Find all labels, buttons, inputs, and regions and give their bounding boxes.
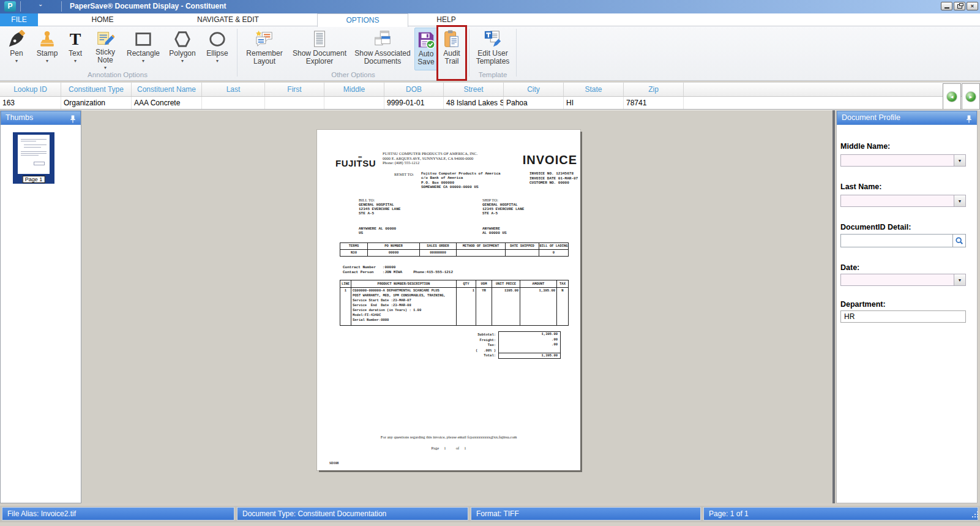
department-field[interactable] [840, 310, 966, 323]
invoice-terms-table: TERMS PO NUMBER SALES ORDER METHOD OF SH… [340, 242, 569, 257]
dropdown-caret-icon[interactable]: ▾ [142, 59, 144, 64]
title-bar: P ⌄ PaperSave® Document Display - Consti… [0, 0, 980, 13]
ribbon-tab-bar: FILE HOME NAVIGATE & EDIT OPTIONS HELP [0, 13, 980, 26]
auto-save-button[interactable]: Auto Save [414, 28, 438, 70]
audit-trail-button[interactable]: Audit Trail [438, 28, 466, 70]
tab-home[interactable]: HOME [61, 13, 144, 26]
cell-street: 48 Island Lakes Sh [444, 97, 504, 109]
show-document-explorer-button[interactable]: Show Document Explorer [288, 28, 351, 70]
dropdown-caret-icon[interactable]: ▾ [74, 59, 77, 64]
search-icon[interactable] [952, 235, 965, 247]
stamp-button[interactable]: Stamp ▾ [32, 28, 62, 70]
remember-layout-button[interactable]: Remember Layout [241, 28, 288, 70]
sticky-note-button[interactable]: Sticky Note ▾ [88, 28, 122, 70]
panel-splitter[interactable] [832, 110, 835, 503]
cell-constituent-name: AAA Concrete [132, 97, 202, 109]
contract-number-line: Contract Number :00000 [343, 265, 395, 269]
document-profile-title: Document Profile [842, 113, 900, 122]
ribbon-group-template: Edit User Templates Template [471, 26, 514, 80]
associated-documents-icon [373, 29, 392, 49]
last-name-input[interactable] [841, 195, 965, 206]
grid-column-street[interactable]: Street [444, 83, 504, 96]
tab-help[interactable]: HELP [422, 13, 471, 26]
invoice-meta: INVOICE NO. 12345678 INVOICE DATE 01-MAR… [529, 171, 578, 186]
document-profile-header: Document Profile [837, 111, 977, 125]
grid-column-zip[interactable]: Zip [624, 83, 684, 96]
show-associated-documents-button[interactable]: Show Associated Documents [351, 28, 414, 70]
cell-state: HI [564, 97, 624, 109]
rectangle-button[interactable]: Rectangle ▾ [122, 28, 164, 70]
grid-header-row: Lookup ID Constituent Type Constituent N… [0, 83, 980, 97]
resize-grip[interactable] [972, 509, 979, 520]
quick-access-caret-icon[interactable]: ⌄ [38, 1, 43, 7]
grid-column-first[interactable]: First [265, 83, 324, 96]
remember-layout-icon [255, 29, 274, 49]
thumbs-panel: Thumbs Page 1 [0, 110, 81, 503]
document-profile-fields: Middle Name: ▼ Last Name: ▼ DocumentID D… [837, 125, 977, 503]
date-combobox[interactable]: ▼ [840, 274, 966, 286]
chevron-down-icon[interactable]: ▼ [954, 155, 965, 166]
dropdown-caret-icon[interactable]: ▾ [46, 59, 48, 64]
invoice-form-code: SD108 [329, 461, 339, 465]
date-input[interactable] [841, 274, 965, 285]
dropdown-caret-icon[interactable]: ▾ [181, 59, 184, 64]
grid-column-middle[interactable]: Middle [324, 83, 384, 96]
dropdown-caret-icon[interactable]: ▾ [15, 59, 18, 64]
middle-name-combobox[interactable]: ▼ [840, 154, 966, 167]
tab-file[interactable]: FILE [0, 13, 38, 26]
grid-column-constituent-type[interactable]: Constituent Type [61, 83, 132, 96]
documentid-detail-field[interactable] [840, 234, 966, 247]
tab-options[interactable]: OPTIONS [317, 13, 408, 27]
chevron-down-icon[interactable]: ▼ [954, 195, 965, 206]
edit-user-templates-button[interactable]: Edit User Templates [473, 28, 513, 70]
grid-row[interactable]: 163 Organization AAA Concrete 9999-01-01… [0, 97, 980, 110]
ribbon-group-separator [237, 29, 238, 77]
previous-record-button[interactable]: ◄ [943, 83, 961, 110]
ship-to-address-2: ANYWHERE AL 00000 US [482, 227, 507, 235]
minimize-icon [944, 7, 949, 9]
ribbon-group-separator [516, 29, 517, 77]
polygon-button[interactable]: Polygon ▾ [164, 28, 201, 70]
bill-to-address-2: ANYWHERE AL 00000 US [359, 227, 396, 235]
pen-icon [7, 29, 26, 49]
grid-column-city[interactable]: City [504, 83, 564, 96]
ribbon-group-other-options: Remember Layout Show Document Explorer S… [239, 26, 467, 80]
grid-column-dob[interactable]: DOB [384, 83, 444, 96]
document-profile-panel: Document Profile Middle Name: ▼ Last Nam… [836, 110, 978, 503]
document-explorer-icon [310, 29, 329, 49]
middle-name-input[interactable] [841, 155, 965, 166]
window-title: PaperSave® Document Display - Constituen… [70, 2, 226, 10]
bill-to-address: GENERAL HOSPITAL 12345 EVERCURE LANE STE… [359, 203, 400, 216]
pen-button[interactable]: Pen ▾ [1, 28, 32, 70]
page-thumbnail[interactable]: Page 1 [13, 132, 54, 184]
dropdown-caret-icon[interactable]: ▾ [216, 59, 219, 64]
app-icon[interactable]: P [4, 1, 16, 12]
dropdown-caret-icon[interactable]: ▾ [104, 66, 107, 70]
invoice-page-footer: Page 1 of 1 [317, 446, 580, 450]
thumbs-panel-title: Thumbs [6, 113, 33, 122]
restore-icon [957, 4, 962, 9]
last-name-label: Last Name: [840, 182, 881, 191]
document-viewer[interactable]: ∞ FUJITSU FUJITSU COMPUTER PRODUCTS OF A… [81, 110, 832, 503]
rectangle-icon [133, 29, 153, 49]
tab-navigate-edit[interactable]: NAVIGATE & EDIT [144, 13, 312, 26]
minimize-button[interactable] [941, 2, 952, 10]
grid-column-last[interactable]: Last [202, 83, 265, 96]
restore-button[interactable] [954, 2, 965, 10]
grid-column-lookup-id[interactable]: Lookup ID [0, 83, 61, 96]
last-name-combobox[interactable]: ▼ [840, 195, 966, 207]
audit-trail-icon [442, 29, 462, 49]
text-icon: T [65, 29, 85, 49]
text-button[interactable]: T Text ▾ [62, 28, 88, 70]
grid-column-state[interactable]: State [564, 83, 624, 96]
previous-arrow-icon: ◄ [946, 91, 957, 102]
invoice-footer-note: For any questions regarding this invoice… [317, 435, 580, 439]
documentid-detail-input[interactable] [841, 235, 965, 247]
ellipse-button[interactable]: Ellipse ▾ [201, 28, 234, 70]
ribbon: Pen ▾ Stamp ▾ T Text ▾ Sticky Note ▾ [0, 26, 980, 81]
chevron-down-icon[interactable]: ▼ [954, 274, 965, 285]
next-record-button[interactable]: ► [962, 83, 980, 110]
grid-column-constituent-name[interactable]: Constituent Name [132, 83, 202, 96]
close-button[interactable]: × [967, 2, 978, 10]
remit-to-label: REMIT TO: [394, 172, 414, 176]
